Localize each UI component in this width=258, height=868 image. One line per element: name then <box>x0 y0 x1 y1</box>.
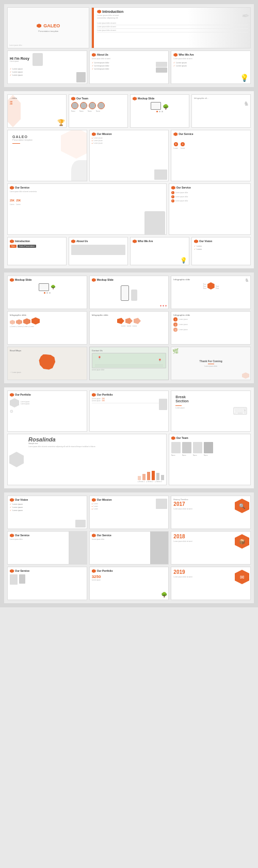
section2-row3: Our Service Lorem ipsum dolor sit amet c… <box>7 183 251 235</box>
mission-title-1: Our Mission <box>97 132 112 135</box>
slide-mission-1: Our Mission ●Lorem ipsum ●Lorem ipsum ●L… <box>89 130 169 181</box>
mission2-hex <box>92 498 96 502</box>
about2-hex <box>71 240 75 243</box>
portfolio1-icon: ⊙ <box>10 409 85 414</box>
who2-hex <box>133 240 137 243</box>
info-puzzle-labels: Lorem · Lorem · Lorem <box>92 325 167 327</box>
mockup-phone-title: Mockup Slide <box>97 278 114 281</box>
slide-team: Our Team Name Name Name Name <box>69 94 128 128</box>
rosalinda-subtitle: Sample text <box>28 442 164 445</box>
service4-title: Our Service <box>15 534 29 537</box>
vision2-list: ✓Lorem ipsum ✓Lorem ipsum ✓Lorem ipsum <box>10 503 85 512</box>
thank-text: Lorem ipsum dolor <box>204 365 217 367</box>
brazil-shape <box>38 354 56 370</box>
figure-silhouette <box>71 160 87 181</box>
vision2-hex <box>10 498 14 502</box>
contact-info: Lorem ipsum dolor <box>92 369 167 371</box>
mission2-title: Our Mission <box>97 498 112 501</box>
slide-infographic-circles: Infographic slide 1 Lorem ipsum 2 Lorem … <box>171 311 251 345</box>
service-lg-stats: 25KLorem 25KLorem <box>10 194 164 206</box>
map-title: Brazil Maps <box>10 349 85 352</box>
slide-portfolio-2: Our Portfolio Lorem ipsum · 25K Lorem ip… <box>89 390 169 432</box>
info1-hex <box>207 282 215 290</box>
mockup2-hex <box>10 278 14 282</box>
info-circle-items: 1 Lorem ipsum 2 Lorem ipsum 3 Lorem ipsu… <box>173 317 248 332</box>
service4-hex <box>10 534 14 537</box>
who2-title: Who We Are <box>138 240 153 243</box>
slide-mockup-2: Mockup Slide 🌳 <box>7 276 87 309</box>
section-3: Mockup Slide 🌳 Mockup Slide <box>4 273 254 383</box>
service1-title: Our Service <box>179 132 193 135</box>
thank-plant: 🌿 <box>172 348 179 354</box>
rosy-sub: Lorem ipsum <box>10 60 29 62</box>
mission-img <box>154 169 167 180</box>
slide-service-large: Our Service Lorem ipsum dolor sit amet c… <box>7 183 167 235</box>
portfolio3-hex <box>92 569 96 573</box>
pen-icon: ✒ <box>241 10 249 22</box>
rosy-list: ✓Lorem ipsum ✓Lorem ipsum ✓Lorem ipsum <box>10 67 85 76</box>
team2-hex <box>171 436 175 440</box>
slide-break: ⌨ BreakSection Lorem ipsum <box>171 390 251 432</box>
service5-hex <box>92 534 96 537</box>
slide-timeline-2017: History Timeline 2017 Lorem ipsum dolor … <box>171 496 251 529</box>
slide-infographic-1: Infographic slide Text Text Text Text Te… <box>171 276 251 309</box>
service6-fig1 <box>10 574 18 585</box>
slide-cover: GALEO Presentation template Lorem ipsum … <box>7 7 89 48</box>
about-hex <box>92 53 96 57</box>
about-items: ✓Lorem ipsum dolor ✓Lorem ipsum dolor ✓L… <box>92 61 167 70</box>
rosalinda-chart <box>138 470 164 480</box>
section3-row1: Mockup Slide 🌳 Mockup Slide <box>7 276 251 309</box>
slide-rosalinda: Rosalinda Sample text Lorem ipsum dolor … <box>7 434 167 485</box>
portfolio2-title: Our Portfolio <box>97 393 113 396</box>
timeline-2019-icon: ✉ <box>235 570 249 584</box>
info1-content: Text Text Text Text Text <box>173 282 248 290</box>
rosy-title: Hi I'm Rosy <box>10 57 29 60</box>
intro-lines: Lorem ipsum dolor sit amet Lorem ipsum d… <box>97 22 248 32</box>
team-photos <box>71 102 125 109</box>
team2-title: Our Team <box>176 436 188 439</box>
member-3 <box>89 102 96 109</box>
section3-row3: Brazil Maps ~~ Lorem ipsum Contact Us 📍 … <box>7 347 251 380</box>
section2-row1: …rfolio 25K 25K 🏆 Our Team <box>7 94 251 128</box>
tree-icon-2: 🌳 <box>51 285 56 290</box>
about2-img <box>71 245 125 255</box>
member-2 <box>80 102 87 109</box>
rosalinda-content: Rosalinda Sample text Lorem ipsum dolor … <box>10 436 164 448</box>
who-hex <box>173 53 178 57</box>
intro-hex <box>97 10 101 13</box>
slide-intro-1: Introduction Lorem ipsum dolor sit ametc… <box>91 7 251 48</box>
service-lg-hex <box>10 186 14 190</box>
slide-service-2: Our Service 1 Lorem ipsum dolor 2 Lorem … <box>169 183 251 235</box>
rosalinda-name: Rosalinda <box>28 436 164 442</box>
section-1: GALEO Presentation template Lorem ipsum … <box>4 4 254 87</box>
chess-icon-2: ♞ <box>245 277 249 283</box>
vision1-hex <box>194 240 198 243</box>
portfolio1-content: Lorem ipsum Lorem ipsum <box>10 398 85 407</box>
phone-device <box>121 285 129 301</box>
page-wrapper: GALEO Presentation template Lorem ipsum … <box>0 0 258 607</box>
about-title: About Us <box>97 53 108 56</box>
slide-infographic-puzzle: Infographic slide Lorem · Lorem · Lorem <box>89 311 169 345</box>
intro-title: Introduction <box>102 10 123 13</box>
break-line <box>175 405 182 406</box>
portfolio2-list: Lorem ipsum · 25K Lorem ipsum · 25K <box>92 398 167 403</box>
member-4 <box>98 102 105 109</box>
team2-member2 <box>182 442 191 453</box>
orange-divider <box>12 143 20 144</box>
hex-icon <box>37 24 41 28</box>
map-legend: ~~ Lorem ipsum <box>10 371 85 373</box>
rosalinda-text: Lorem ipsum dolor sit amet consectetur a… <box>28 446 164 448</box>
service2-title: Our Service <box>176 186 191 189</box>
pptx-badge: Pptx <box>10 245 17 248</box>
brazil-map <box>10 353 85 371</box>
mockup-phone-hex <box>92 278 96 282</box>
portfolio1-title: Our Portfolio <box>15 393 31 396</box>
who-text: Lorem ipsum dolor sit amet <box>173 58 248 60</box>
service2-list: 1 Lorem ipsum dolor 2 Lorem ipsum dolor … <box>171 191 248 202</box>
slide-vision-1: Our Vision ✓Lorem ✓Lorem <box>191 237 251 265</box>
service6-fig2 <box>19 574 25 584</box>
tablet-device <box>151 102 161 110</box>
info1-title: Infographic slide <box>173 278 248 281</box>
slide-vision-2: Our Vision ✓Lorem ipsum ✓Lorem ipsum ✓Lo… <box>7 496 87 529</box>
rosy-photo <box>33 53 43 66</box>
